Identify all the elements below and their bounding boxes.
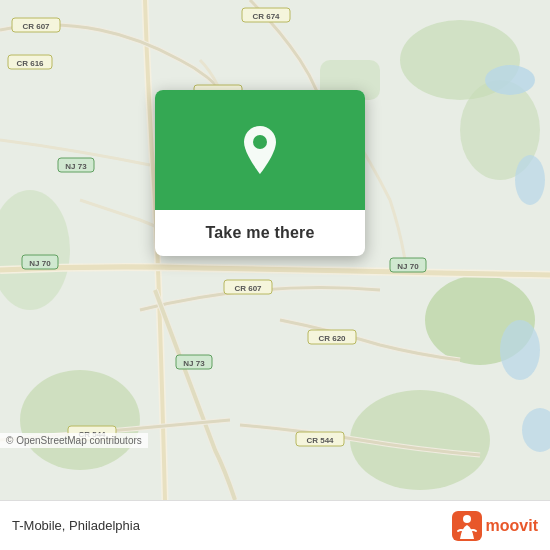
moovit-icon [452,511,482,541]
moovit-logo: moovit [452,511,538,541]
svg-point-5 [20,370,140,470]
svg-point-8 [485,65,535,95]
location-info: T-Mobile, Philadelphia [12,518,140,533]
svg-text:NJ 73: NJ 73 [183,359,205,368]
location-popup: Take me there [155,90,365,256]
map-container: CR 607 CR 616 CR 674 CR 674 NJ 73 NJ 70 … [0,0,550,500]
popup-header [155,90,365,210]
bottom-bar: T-Mobile, Philadelphia moovit [0,500,550,550]
svg-text:CR 544: CR 544 [306,436,334,445]
svg-text:CR 674: CR 674 [252,12,280,21]
location-pin-icon [238,124,282,176]
svg-point-38 [463,515,471,523]
svg-text:NJ 70: NJ 70 [397,262,419,271]
map-attribution: © OpenStreetMap contributors [0,433,148,448]
popup-body[interactable]: Take me there [155,210,365,256]
moovit-label: moovit [486,517,538,535]
take-me-there-label[interactable]: Take me there [205,224,314,241]
svg-text:NJ 70: NJ 70 [29,259,51,268]
svg-text:NJ 73: NJ 73 [65,162,87,171]
svg-point-10 [500,320,540,380]
location-label: T-Mobile, Philadelphia [12,518,140,533]
svg-point-9 [515,155,545,205]
svg-text:CR 620: CR 620 [318,334,346,343]
svg-text:CR 607: CR 607 [234,284,262,293]
svg-point-36 [253,135,267,149]
svg-text:CR 607: CR 607 [22,22,50,31]
svg-text:CR 616: CR 616 [16,59,44,68]
